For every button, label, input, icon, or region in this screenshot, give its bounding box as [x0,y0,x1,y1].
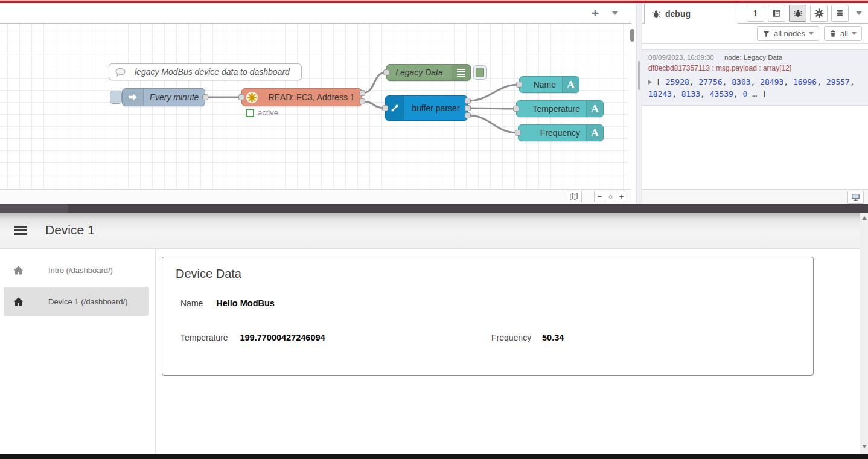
debug-source-node: node: Legacy Data [724,54,783,61]
scroll-down-arrow-icon[interactable] [862,445,867,448]
ui-text-temperature-label: Temperature [517,101,586,117]
context-tab-button[interactable] [831,5,849,22]
navigator-button[interactable] [566,191,582,202]
debug-message-payload[interactable]: [ 25928, 27756, 8303, 28493, 16996, 2955… [648,76,862,100]
status-text: active [258,108,278,117]
inject-node[interactable]: Every minute [122,88,205,106]
debug-message[interactable]: 08/09/2023, 16:09:30 node: Legacy Data d… [642,49,868,106]
hamburger-menu-icon[interactable] [14,226,27,236]
zoom-reset-button[interactable]: ○ [605,191,616,202]
flow-list-caret-icon[interactable] [612,11,618,15]
info-tab-button[interactable]: i [747,5,764,22]
port[interactable] [465,112,471,118]
ui-text-node-name[interactable]: Name A [519,76,579,93]
debug-toggle-state [476,68,484,77]
debug-clear-button[interactable]: all [824,26,862,41]
add-flow-button[interactable]: + [589,7,601,19]
debug-sidebar: debug i [642,3,868,204]
caret-down-icon [852,32,857,35]
bug-icon [652,10,660,18]
node-status: active [246,108,278,117]
workspace-vertical-scrollbar[interactable] [628,24,636,189]
bug-icon [794,9,802,18]
node-red-editor: + legacy ModBus device data to d [0,0,868,204]
sidebar-splitter[interactable] [636,3,642,204]
bottom-edge [0,454,868,459]
buffer-parser-node[interactable]: buffer parser [385,95,468,121]
port[interactable] [202,94,208,100]
comment-node[interactable]: legacy ModBus device data to dashboard [109,63,302,80]
wire [468,85,519,101]
dashboard-scrollbar[interactable] [860,213,868,454]
field-temperature-value: 199.77000427246094 [240,333,325,342]
debug-payload-numbers: 25928, 27756, 8303, 28493, 16996, 29557,… [648,77,855,98]
dashboard-window: Device 1 Intro (/dashboard/) Device 1 (/… [0,213,868,454]
field-name-label: Name [180,298,203,308]
debug-message-meta: 08/09/2023, 16:09:30 node: Legacy Data [648,54,862,61]
help-tab-button[interactable] [768,5,785,22]
debug-output-icon [452,65,470,80]
port[interactable] [383,69,389,75]
modbus-read-node[interactable]: READ: FC3, Address 1 [241,88,362,106]
ui-text-node-frequency[interactable]: Frequency A [518,124,604,141]
comment-bubble-icon [109,64,131,80]
port[interactable] [359,90,365,96]
config-tab-button[interactable] [810,5,828,22]
port[interactable] [513,106,519,112]
buffer-parser-label: buffer parser [404,96,467,120]
debug-message-path: df8ecbd817357113 : msg.payload : array[1… [648,64,862,72]
port[interactable] [359,98,365,104]
debug-node[interactable]: Legacy Data [386,64,471,81]
debug-filter-label: all nodes [774,29,805,38]
text-A-icon: A [562,77,579,92]
inject-label: Every minute [144,89,205,106]
zoom-in-button[interactable]: + [616,191,627,202]
dashboard-title: Device 1 [45,223,95,237]
home-icon [12,297,24,307]
field-name: Name Hello ModBus [180,298,275,308]
debug-message-list[interactable]: 08/09/2023, 16:09:30 node: Legacy Data d… [642,44,868,189]
port[interactable] [465,98,471,104]
window-tab [0,204,68,213]
port[interactable] [465,105,471,111]
monitor-icon [851,193,860,201]
inject-button[interactable] [110,91,122,104]
sidebar-menu-caret-icon[interactable] [856,11,862,15]
debug-clear-label: all [840,29,848,38]
port[interactable] [516,82,522,88]
splitter-thumb[interactable] [638,61,640,90]
port[interactable] [382,105,388,111]
scrollbar-thumb[interactable] [630,29,634,42]
nav-item-device-1[interactable]: Device 1 (/dashboard/) [4,287,149,316]
sidebar-tab-buttons: i [738,5,868,22]
expand-caret-icon[interactable] [648,80,652,85]
scroll-up-arrow-icon[interactable] [862,216,867,220]
field-frequency-value: 50.34 [542,333,564,342]
sidebar-tabbar: debug i [642,3,868,24]
port[interactable] [238,94,244,100]
tab-debug[interactable]: debug [644,4,738,24]
screen: + legacy ModBus device data to d [0,0,868,459]
port[interactable] [515,130,521,136]
text-A-icon: A [586,125,603,141]
ui-text-frequency-label: Frequency [519,125,586,141]
nav-item-label: Device 1 (/dashboard/) [48,297,128,306]
dashboard-window-titlebar[interactable] [0,204,868,213]
field-name-value: Hello ModBus [216,298,275,308]
card-title: Device Data [176,267,241,281]
flow-canvas[interactable]: legacy ModBus device data to dashboard E… [0,24,628,189]
debug-tab-button[interactable] [789,5,806,22]
flow-tabbar[interactable]: + [0,3,631,24]
payload-ellipsis: … [752,89,757,98]
debug-toolbar: all nodes all [642,24,868,44]
nav-item-intro[interactable]: Intro (/dashboard/) [4,255,149,284]
field-temperature: Temperature 199.77000427246094 [180,333,325,342]
debug-filter-button[interactable]: all nodes [757,26,819,41]
zoom-out-button[interactable]: − [594,191,605,202]
ui-text-node-temperature[interactable]: Temperature A [516,100,604,117]
debug-footer [642,189,868,204]
wire [468,108,516,109]
text-A-icon: A [586,101,603,117]
open-debug-window-button[interactable] [847,191,864,204]
debug-toggle-button[interactable] [473,65,487,80]
